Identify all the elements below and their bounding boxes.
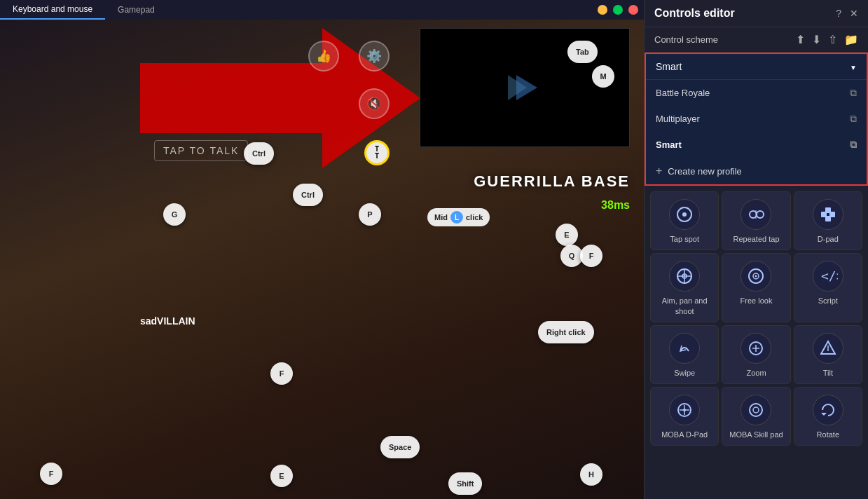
moba-dpad-icon xyxy=(669,395,700,425)
control-swipe[interactable]: Swipe xyxy=(650,325,719,384)
chevron-down-icon xyxy=(850,61,857,72)
d-pad-icon xyxy=(813,199,843,230)
scheme-label: Control scheme xyxy=(654,34,718,45)
create-new-profile-item[interactable]: + Create new profile xyxy=(646,158,867,184)
key-f-bottom-left[interactable]: F xyxy=(40,463,62,485)
close-button[interactable]: ✕ xyxy=(628,5,638,15)
dropdown-item-smart[interactable]: Smart ⧉ xyxy=(646,132,867,158)
icon-thumbsup[interactable]: 👍 xyxy=(308,41,339,71)
moba-skill-label: MOBA Skill pad xyxy=(729,430,783,439)
guerrilla-base-text: GUERRILLA BASE xyxy=(474,172,630,191)
key-l: L xyxy=(450,211,463,224)
repeated-tap-icon xyxy=(740,199,771,230)
key-m[interactable]: M xyxy=(592,65,614,88)
panel-header-icons: ? ✕ xyxy=(836,8,858,19)
svg-rect-10 xyxy=(821,212,827,217)
close-panel-icon[interactable]: ✕ xyxy=(850,8,858,19)
controls-row-3: Swipe Zoom xyxy=(650,325,862,384)
tap-spot-icon xyxy=(669,199,700,230)
free-look-icon xyxy=(740,261,771,292)
svg-rect-11 xyxy=(829,212,835,217)
scheme-row: Control scheme ⬆ ⬇ ⇧ 📁 xyxy=(645,27,868,53)
control-moba-dpad[interactable]: MOBA D-Pad xyxy=(650,387,719,446)
help-icon[interactable]: ? xyxy=(836,8,841,19)
control-tap-spot[interactable]: Tap spot xyxy=(650,191,719,250)
key-space[interactable]: Space xyxy=(380,436,420,458)
key-shift[interactable]: Shift xyxy=(448,472,482,495)
key-h[interactable]: H xyxy=(580,463,602,486)
zoom-icon xyxy=(740,333,771,364)
maximize-button[interactable]: ▢ xyxy=(613,5,623,15)
tap-to-talk-label: TAP TO TALK xyxy=(154,140,248,161)
key-tab[interactable]: Tab xyxy=(567,41,598,63)
key-f-mid[interactable]: F xyxy=(270,362,293,385)
icon-mute[interactable]: 🔇 xyxy=(359,88,390,119)
free-look-label: Free look xyxy=(740,296,773,306)
svg-marker-31 xyxy=(821,413,827,416)
controls-grid: Tap spot Repeated tap xyxy=(645,186,868,499)
dropdown-container: Smart Battle Royale ⧉ Multiplayer ⧉ Smar… xyxy=(645,53,868,186)
dropdown-item-multiplayer[interactable]: Multiplayer ⧉ xyxy=(646,106,867,132)
control-rotate[interactable]: Rotate xyxy=(794,387,862,446)
tab-keyboard-mouse[interactable]: Keyboard and mouse xyxy=(0,0,105,20)
tap-spot-label: Tap spot xyxy=(670,234,699,244)
plus-icon: + xyxy=(656,165,662,177)
game-area: Keyboard and mouse Gamepad — ▢ ✕ GUERRIL… xyxy=(0,0,644,499)
controls-row-4: MOBA D-Pad MOBA Skill pad xyxy=(650,387,862,446)
svg-text:</>: </> xyxy=(821,268,838,283)
dropdown-selected[interactable]: Smart xyxy=(646,54,867,79)
download-icon[interactable]: ⬇ xyxy=(812,33,821,46)
controls-row-1: Tap spot Repeated tap xyxy=(650,191,862,250)
dropdown-item-battle-royale[interactable]: Battle Royale ⧉ xyxy=(646,80,867,106)
key-right-click[interactable]: Right click xyxy=(538,321,594,343)
key-mid-click[interactable]: Mid L click xyxy=(427,208,490,226)
control-tilt[interactable]: Tilt xyxy=(794,325,862,384)
key-e-upper[interactable]: E xyxy=(556,224,578,246)
control-moba-skill[interactable]: MOBA Skill pad xyxy=(722,387,790,446)
click-label: click xyxy=(466,213,483,221)
swipe-label: Swipe xyxy=(674,368,695,378)
key-p[interactable]: P xyxy=(359,203,381,226)
controls-panel: Controls editor ? ✕ Control scheme ⬆ ⬇ ⇧… xyxy=(644,0,868,499)
svg-point-18 xyxy=(755,275,757,278)
copy-icon-smart: ⧉ xyxy=(850,139,857,151)
control-d-pad[interactable]: D-pad xyxy=(794,191,862,250)
svg-point-28 xyxy=(683,409,686,411)
key-f-right[interactable]: F xyxy=(580,245,602,267)
panel-title: Controls editor xyxy=(654,7,735,20)
control-repeated-tap[interactable]: Repeated tap xyxy=(722,191,790,250)
rotate-label: Rotate xyxy=(817,430,839,439)
folder-icon[interactable]: 📁 xyxy=(844,33,858,46)
icon-settings[interactable]: ⚙️ xyxy=(359,41,390,71)
panel-header: Controls editor ? ✕ xyxy=(645,0,868,27)
tab-gamepad[interactable]: Gamepad xyxy=(105,0,167,20)
tilt-icon xyxy=(813,333,843,364)
mid-label: Mid xyxy=(434,213,448,221)
scheme-icons: ⬆ ⬇ ⇧ 📁 xyxy=(796,33,858,46)
selected-value: Smart xyxy=(656,61,682,72)
script-label: Script xyxy=(818,296,838,306)
create-new-label: Create new profile xyxy=(668,166,742,177)
control-free-look[interactable]: Free look xyxy=(722,253,790,322)
player-name: sadVILLAIN xyxy=(140,315,195,327)
upload-icon[interactable]: ⬆ xyxy=(796,33,805,46)
tilt-label: Tilt xyxy=(823,368,833,378)
key-e-bottom[interactable]: E xyxy=(270,465,293,487)
ping-display: 38ms xyxy=(601,199,630,212)
key-tt[interactable]: TT xyxy=(364,140,390,165)
key-ctrl-left[interactable]: Ctrl xyxy=(244,142,274,165)
control-script[interactable]: </> Script xyxy=(794,253,862,322)
svg-point-29 xyxy=(750,404,762,416)
control-aim[interactable]: Aim, pan and shoot xyxy=(650,253,719,322)
minimize-button[interactable]: — xyxy=(598,5,607,15)
svg-point-4 xyxy=(682,212,687,217)
d-pad-label: D-pad xyxy=(818,234,839,244)
control-zoom[interactable]: Zoom xyxy=(722,325,790,384)
key-g[interactable]: G xyxy=(163,203,186,226)
swipe-icon xyxy=(669,333,700,364)
key-ctrl-lower[interactable]: Ctrl xyxy=(293,184,323,206)
share-icon[interactable]: ⇧ xyxy=(828,33,837,46)
aim-icon xyxy=(669,261,700,292)
repeated-tap-label: Repeated tap xyxy=(733,234,779,244)
preview-icon xyxy=(504,67,546,109)
